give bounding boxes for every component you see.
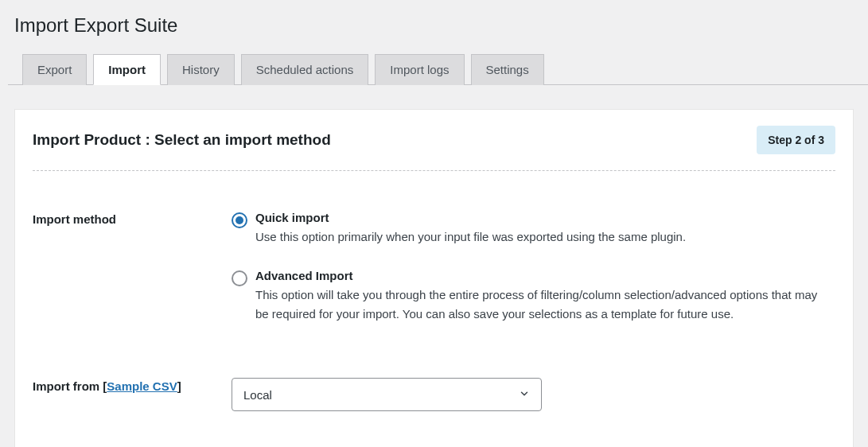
page-title: Import Export Suite (14, 14, 854, 37)
radio-title-advanced: Advanced Import (255, 269, 820, 282)
tabs-container: Export Import History Scheduled actions … (8, 43, 868, 85)
import-method-options: Quick import Use this option primarily w… (232, 211, 820, 346)
select-value: Local (243, 388, 272, 402)
tab-settings[interactable]: Settings (471, 54, 544, 85)
import-from-select-wrapper: Local (232, 378, 542, 411)
tab-import[interactable]: Import (93, 54, 161, 85)
radio-option-quick[interactable]: Quick import Use this option primarily w… (232, 211, 820, 247)
import-method-label: Import method (33, 211, 232, 226)
tab-history[interactable]: History (167, 54, 235, 85)
radio-text-quick: Quick import Use this option primarily w… (255, 211, 820, 247)
import-from-label-text: Import from (33, 379, 103, 393)
step-badge: Step 2 of 3 (757, 126, 835, 154)
step-header: Import Product : Select an import method… (33, 126, 835, 171)
radio-option-advanced[interactable]: Advanced Import This option will take yo… (232, 269, 820, 324)
radio-title-quick: Quick import (255, 211, 820, 224)
import-from-control: Local (232, 378, 820, 411)
tab-import-logs[interactable]: Import logs (375, 54, 464, 85)
radio-desc-advanced: This option will take you through the en… (255, 286, 820, 324)
content-card: Import Product : Select an import method… (14, 109, 854, 447)
radio-input-quick[interactable] (232, 212, 247, 228)
radio-text-advanced: Advanced Import This option will take yo… (255, 269, 820, 324)
page-header: Import Export Suite (0, 0, 868, 43)
import-from-row: Import from [Sample CSV] Local (33, 378, 835, 411)
tab-export[interactable]: Export (22, 54, 87, 85)
radio-desc-quick: Use this option primarily when your inpu… (255, 227, 820, 247)
step-title: Import Product : Select an import method (33, 131, 331, 149)
import-from-label: Import from [Sample CSV] (33, 378, 232, 393)
sample-csv-link[interactable]: Sample CSV (107, 379, 177, 393)
chevron-down-icon (519, 388, 530, 402)
import-method-row: Import method Quick import Use this opti… (33, 211, 835, 346)
tab-scheduled-actions[interactable]: Scheduled actions (241, 54, 369, 85)
import-from-select[interactable]: Local (232, 378, 542, 411)
radio-input-advanced[interactable] (232, 270, 247, 286)
